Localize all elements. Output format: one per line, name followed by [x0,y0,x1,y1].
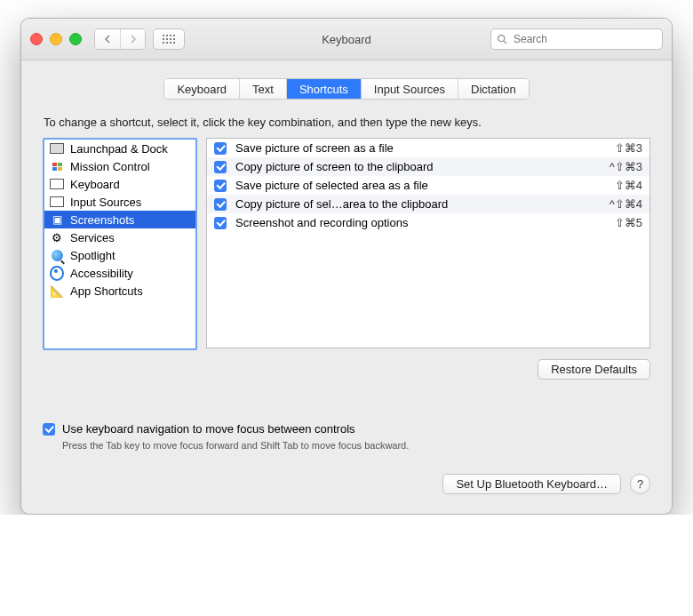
category-screenshots[interactable]: ▣Screenshots [44,211,195,228]
shortcut-list[interactable]: Save picture of screen as a file⇧⌘3Copy … [206,138,650,348]
tab-shortcuts[interactable]: Shortcuts [286,79,361,99]
services-icon: ⚙︎ [50,230,64,244]
minimize-button[interactable] [50,33,62,45]
category-label: Services [70,231,115,244]
shortcut-enabled-checkbox[interactable] [214,161,227,173]
bluetooth-keyboard-button[interactable]: Set Up Bluetooth Keyboard… [442,474,621,494]
svg-point-0 [498,36,505,42]
shortcut-row[interactable]: Copy picture of screen to the clipboard^… [207,157,649,176]
checkbox-icon [43,423,55,436]
category-spotlight[interactable]: Spotlight [44,246,195,264]
shortcut-keys[interactable]: ⇧⌘4 [615,179,642,192]
category-label: Spotlight [70,249,116,262]
category-label: Launchpad & Dock [70,142,168,156]
screenshots-icon: ▣ [50,212,64,227]
shortcut-keys[interactable]: ^⇧⌘3 [609,160,642,173]
category-label: Mission Control [70,160,150,173]
keyboard-nav-block: Use keyboard navigation to move focus be… [43,422,650,451]
shortcut-label: Copy picture of screen to the clipboard [235,160,601,173]
svg-line-1 [504,41,506,44]
shortcut-row[interactable]: Save picture of selected area as a file⇧… [207,176,649,195]
zoom-button[interactable] [69,33,82,45]
tab-text[interactable]: Text [239,79,286,99]
category-mission-control[interactable]: Mission Control [44,157,195,175]
launchpad-icon [50,141,64,156]
search-input[interactable] [512,32,657,46]
app-shortcuts-icon: 📐 [50,284,64,298]
category-label: Accessibility [70,267,133,280]
shortcut-row[interactable]: Screenshot and recording options⇧⌘5 [207,213,649,232]
category-keyboard[interactable]: Keyboard [44,175,195,193]
shortcut-label: Save picture of selected area as a file [235,179,606,192]
search-icon [497,34,507,44]
shortcut-keys[interactable]: ^⇧⌘4 [609,197,642,211]
prefs-window: Keyboard KeyboardTextShortcutsInput Sour… [20,18,673,515]
show-all-button[interactable] [153,28,185,50]
footer: Set Up Bluetooth Keyboard… ? [43,474,650,494]
category-label: App Shortcuts [70,284,143,298]
category-app-shortcuts[interactable]: 📐App Shortcuts [44,282,195,300]
category-list[interactable]: Launchpad & DockMission ControlKeyboardI… [43,138,197,350]
mission-control-icon [50,159,64,173]
category-input-sources[interactable]: Input Sources [44,193,195,211]
help-button[interactable]: ? [630,474,650,494]
shortcut-row[interactable]: Copy picture of sel…area to the clipboar… [207,195,649,213]
category-label: Keyboard [70,178,120,191]
category-label: Input Sources [70,196,141,209]
category-services[interactable]: ⚙︎Services [44,228,195,246]
shortcut-label: Copy picture of sel…area to the clipboar… [235,197,601,211]
tabbar: KeyboardTextShortcutsInput SourcesDictat… [43,78,650,100]
restore-defaults-button[interactable]: Restore Defaults [538,359,650,380]
shortcut-label: Save picture of screen as a file [235,141,606,155]
tab-input-sources[interactable]: Input Sources [361,79,458,99]
tab-keyboard[interactable]: Keyboard [164,79,239,99]
chevron-left-icon [104,35,111,44]
instruction-text: To change a shortcut, select it, click t… [44,116,650,129]
back-button[interactable] [95,29,120,49]
grid-icon [163,35,175,44]
category-label: Screenshots [70,213,134,227]
spotlight-icon [50,248,64,262]
keyboard-nav-checkbox[interactable]: Use keyboard navigation to move focus be… [43,422,650,436]
shortcut-enabled-checkbox[interactable] [214,217,227,229]
chevron-right-icon [130,35,137,44]
shortcut-enabled-checkbox[interactable] [214,180,227,192]
input-sources-icon [50,195,64,209]
traffic-lights [30,33,82,45]
shortcut-enabled-checkbox[interactable] [214,198,227,211]
nav-back-forward [94,28,146,50]
forward-button[interactable] [120,29,145,49]
split-pane: Launchpad & DockMission ControlKeyboardI… [43,138,650,350]
shortcut-row[interactable]: Save picture of screen as a file⇧⌘3 [207,139,649,157]
keyboard-icon [50,177,64,191]
shortcut-keys[interactable]: ⇧⌘5 [615,216,642,229]
shortcut-label: Screenshot and recording options [235,216,606,229]
body: KeyboardTextShortcutsInput SourcesDictat… [21,60,672,514]
shortcut-keys[interactable]: ⇧⌘3 [615,141,642,155]
search-field[interactable] [490,28,663,50]
category-accessibility[interactable]: Accessibility [44,264,195,282]
category-launchpad-dock[interactable]: Launchpad & Dock [44,140,195,157]
titlebar: Keyboard [21,19,672,60]
close-button[interactable] [30,33,43,45]
tab-dictation[interactable]: Dictation [458,79,529,99]
keyboard-nav-subtext: Press the Tab key to move focus forward … [62,440,650,451]
keyboard-nav-label: Use keyboard navigation to move focus be… [62,422,355,436]
shortcut-enabled-checkbox[interactable] [214,142,227,155]
accessibility-icon [50,266,64,280]
